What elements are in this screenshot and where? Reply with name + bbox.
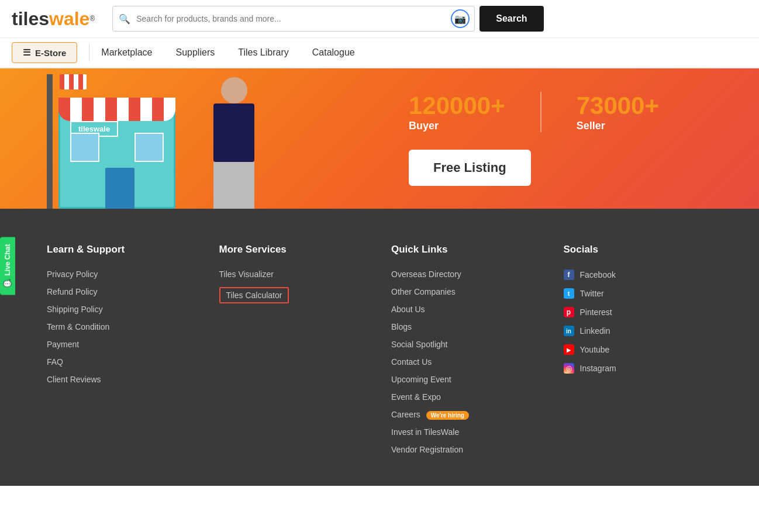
footer-more-services-title: More Services bbox=[219, 244, 368, 255]
navbar: ☰ E-Store Marketplace Suppliers Tiles Li… bbox=[0, 38, 759, 68]
stat-divider bbox=[540, 92, 541, 132]
footer-socials: Socials f Facebook t Twitter p Pinterest… bbox=[564, 244, 713, 462]
live-chat-label: Live Chat bbox=[4, 244, 12, 275]
footer-link-blogs[interactable]: Blogs bbox=[391, 322, 540, 331]
free-listing-button[interactable]: Free Listing bbox=[409, 150, 531, 186]
person-illustration bbox=[187, 74, 281, 209]
footer-link-linkedin[interactable]: in Linkedin bbox=[564, 326, 713, 336]
buyer-label: Buyer bbox=[409, 120, 505, 132]
hiring-badge: We're hiring bbox=[426, 411, 469, 420]
linkedin-icon: in bbox=[564, 326, 574, 336]
careers-label: Careers bbox=[391, 410, 420, 419]
logo-reg: ® bbox=[89, 15, 95, 23]
footer-learn-support: Learn & Support Privacy Policy Refund Po… bbox=[47, 244, 196, 462]
instagram-label: Instagram bbox=[580, 364, 616, 373]
estore-label: E-Store bbox=[35, 48, 66, 58]
footer-link-careers[interactable]: Careers We're hiring bbox=[391, 410, 540, 419]
footer-link-contact[interactable]: Contact Us bbox=[391, 357, 540, 367]
search-input[interactable] bbox=[136, 14, 446, 23]
store-door bbox=[105, 168, 134, 209]
menu-icon: ☰ bbox=[23, 47, 30, 58]
buyer-stat: 120000+ Buyer bbox=[409, 92, 505, 132]
footer-link-tiles-visualizer[interactable]: Tiles Visualizer bbox=[219, 270, 368, 279]
facebook-icon: f bbox=[564, 270, 574, 280]
logo[interactable]: tileswale® bbox=[12, 8, 95, 30]
footer-socials-title: Socials bbox=[564, 244, 713, 255]
twitter-icon: t bbox=[564, 288, 574, 299]
live-chat-button[interactable]: 💬 Live Chat bbox=[0, 237, 15, 295]
footer-link-social-spotlight[interactable]: Social Spotlight bbox=[391, 340, 540, 349]
footer-link-event-expo[interactable]: Event & Expo bbox=[391, 392, 540, 402]
person-head bbox=[221, 77, 247, 103]
store-awning bbox=[58, 98, 175, 121]
estore-button[interactable]: ☰ E-Store bbox=[12, 42, 77, 63]
store-window-left bbox=[70, 133, 99, 162]
footer-link-upcoming-event[interactable]: Upcoming Event bbox=[391, 375, 540, 384]
pole bbox=[47, 74, 53, 209]
nav-divider bbox=[89, 44, 89, 61]
store-window-right bbox=[134, 133, 164, 162]
seller-label: Seller bbox=[577, 120, 659, 132]
person-pants bbox=[213, 162, 254, 209]
search-button[interactable]: Search bbox=[479, 6, 543, 32]
youtube-icon: ▶ bbox=[564, 344, 574, 355]
nav-marketplace[interactable]: Marketplace bbox=[101, 47, 152, 58]
header: tileswale® 🔍 NEW 📷 Search bbox=[0, 0, 759, 38]
nav-catalogue[interactable]: Catalogue bbox=[312, 47, 355, 58]
instagram-icon: ◎ bbox=[564, 363, 574, 374]
footer-link-pinterest[interactable]: p Pinterest bbox=[564, 307, 713, 317]
footer-more-services: More Services Tiles Visualizer Tiles Cal… bbox=[219, 244, 368, 462]
footer-link-privacy[interactable]: Privacy Policy bbox=[47, 270, 196, 279]
footer-link-instagram[interactable]: ◎ Instagram bbox=[564, 363, 713, 374]
footer-link-facebook[interactable]: f Facebook bbox=[564, 270, 713, 280]
footer-link-refund[interactable]: Refund Policy bbox=[47, 287, 196, 296]
twitter-label: Twitter bbox=[580, 289, 604, 298]
camera-search-button[interactable]: NEW 📷 bbox=[446, 9, 474, 28]
facebook-label: Facebook bbox=[580, 270, 616, 279]
logo-wale: wale bbox=[49, 8, 89, 30]
search-icon: 🔍 bbox=[113, 13, 136, 25]
person-torso bbox=[213, 103, 254, 162]
footer-link-overseas[interactable]: Overseas Directory bbox=[391, 270, 540, 279]
footer-link-other-companies[interactable]: Other Companies bbox=[391, 287, 540, 296]
seller-stat: 73000+ Seller bbox=[577, 92, 659, 132]
pinterest-label: Pinterest bbox=[580, 308, 612, 317]
logo-tiles: tiles bbox=[12, 8, 49, 30]
pinterest-icon: p bbox=[564, 307, 574, 317]
store-illustration: tileswale bbox=[23, 68, 327, 209]
footer-quick-links: Quick Links Overseas Directory Other Com… bbox=[391, 244, 540, 462]
camera-icon: 📷 bbox=[451, 9, 470, 28]
footer-link-invest[interactable]: Invest in TilesWale bbox=[391, 427, 540, 437]
footer-link-vendor[interactable]: Vendor Registration bbox=[391, 445, 540, 454]
pole-top bbox=[60, 74, 87, 89]
seller-count: 73000+ bbox=[577, 92, 659, 120]
footer-link-tiles-calculator[interactable]: Tiles Calculator bbox=[219, 287, 289, 303]
footer-link-twitter[interactable]: t Twitter bbox=[564, 288, 713, 299]
buyer-count: 120000+ bbox=[409, 92, 505, 120]
whatsapp-icon: 💬 bbox=[4, 279, 12, 288]
nav-tiles-library[interactable]: Tiles Library bbox=[238, 47, 289, 58]
hero-stats: 120000+ Buyer 73000+ Seller bbox=[409, 92, 659, 132]
hero-illustration: tileswale bbox=[0, 68, 374, 209]
linkedin-label: Linkedin bbox=[580, 326, 610, 336]
footer-link-faq[interactable]: FAQ bbox=[47, 357, 196, 367]
footer-link-shipping[interactable]: Shipping Policy bbox=[47, 305, 196, 314]
footer-learn-support-title: Learn & Support bbox=[47, 244, 196, 255]
person-body bbox=[213, 77, 254, 209]
footer-link-about[interactable]: About Us bbox=[391, 305, 540, 314]
footer-quick-links-title: Quick Links bbox=[391, 244, 540, 255]
hero-content: 120000+ Buyer 73000+ Seller Free Listing bbox=[374, 92, 759, 186]
footer-link-terms[interactable]: Term & Condition bbox=[47, 322, 196, 331]
footer-link-payment[interactable]: Payment bbox=[47, 340, 196, 349]
nav-suppliers[interactable]: Suppliers bbox=[176, 47, 215, 58]
hero-banner: tileswale 120000+ Buyer 73000+ bbox=[0, 68, 759, 209]
footer-link-client-reviews[interactable]: Client Reviews bbox=[47, 375, 196, 384]
youtube-label: Youtube bbox=[580, 345, 610, 354]
search-bar: 🔍 NEW 📷 bbox=[112, 6, 475, 32]
footer-link-youtube[interactable]: ▶ Youtube bbox=[564, 344, 713, 355]
footer: Learn & Support Privacy Policy Refund Po… bbox=[0, 209, 759, 486]
